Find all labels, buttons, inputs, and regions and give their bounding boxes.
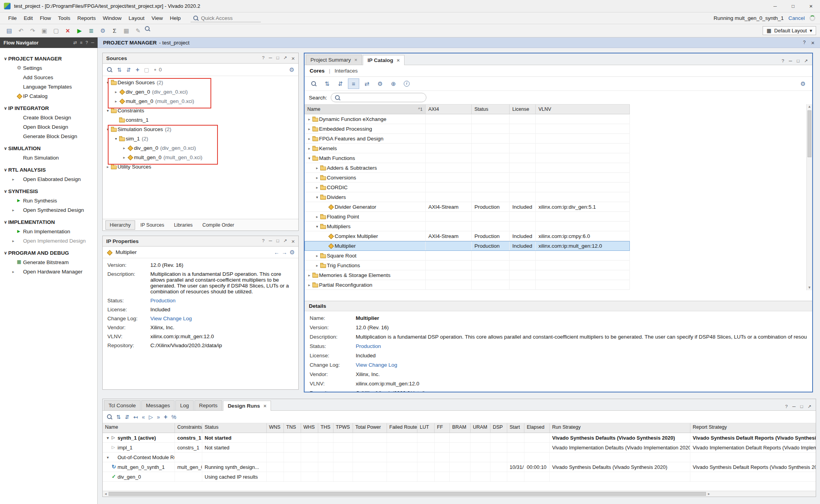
horizontal-scrollbar[interactable] [103, 491, 816, 497]
expand-icon[interactable] [121, 146, 127, 150]
run-icon[interactable] [74, 26, 85, 36]
menu-item[interactable]: View [148, 14, 166, 23]
column-header[interactable]: DSP [490, 423, 507, 433]
menu-item[interactable]: File [5, 14, 20, 23]
quick-access-input[interactable] [201, 15, 252, 21]
editor-tab[interactable]: Project Summary [306, 55, 362, 65]
probe-icon[interactable] [144, 26, 155, 36]
flow-navigator-item[interactable]: Run Simulation [0, 153, 97, 162]
sum-icon[interactable] [109, 26, 120, 36]
close-tab-icon[interactable] [397, 57, 400, 63]
minimize-icon[interactable] [789, 59, 792, 64]
expand-icon[interactable] [314, 185, 320, 190]
sources-view-tab[interactable]: Hierarchy [105, 220, 135, 230]
catalog-search-input[interactable] [343, 95, 422, 101]
dock-icon[interactable] [73, 41, 77, 45]
expand-icon[interactable] [314, 263, 320, 268]
catalog-row[interactable]: Floating Point [305, 212, 630, 222]
menu-item[interactable]: Flow [36, 14, 55, 23]
save-icon[interactable] [4, 26, 14, 36]
catalog-row[interactable]: Memories & Storage Elements [305, 270, 630, 280]
help-icon[interactable] [803, 40, 806, 46]
expand-icon[interactable] [314, 224, 320, 229]
reset-runs-icon[interactable] [133, 414, 138, 420]
help-icon[interactable] [86, 41, 88, 45]
tree-row[interactable]: Design Sources (2) [103, 78, 298, 87]
add-repository-icon[interactable] [388, 78, 399, 89]
catalog-row[interactable]: FPGA Features and Design [305, 134, 630, 144]
catalog-row[interactable]: CORDIC [305, 183, 630, 192]
catalog-row[interactable]: Trig Functions [305, 261, 630, 270]
scroll-right-icon[interactable] [706, 492, 712, 496]
column-header[interactable]: TPWS [333, 423, 353, 433]
column-header-status[interactable]: Status [472, 105, 510, 114]
flow-navigator-item[interactable]: Create Block Design [0, 113, 97, 122]
design-run-row[interactable]: impl_1 constrs_1 Not started [103, 443, 816, 453]
customize-icon[interactable] [374, 78, 386, 89]
flow-navigator-item[interactable]: Open Implemented Design [0, 236, 97, 245]
catalog-row[interactable]: Adders & Subtracters [305, 163, 630, 173]
history-forward-icon[interactable] [282, 250, 287, 255]
column-header[interactable]: WNS [267, 423, 284, 433]
menu-item[interactable]: Layout [125, 14, 148, 23]
menu-item[interactable]: Edit [20, 14, 36, 23]
catalog-view-tab[interactable]: Cores [310, 68, 324, 74]
collapse-all-icon[interactable] [117, 67, 122, 73]
catalog-row[interactable]: Dividers [305, 192, 630, 202]
column-header-axi4[interactable]: AXI4 [426, 105, 472, 114]
column-header[interactable]: FF [435, 423, 450, 433]
float-icon[interactable] [276, 238, 279, 244]
column-header[interactable]: Run Strategy [550, 423, 690, 433]
expand-icon[interactable] [113, 99, 119, 103]
undo-icon[interactable] [16, 26, 26, 36]
vertical-scrollbar[interactable] [806, 104, 812, 290]
search-icon[interactable] [107, 414, 112, 420]
layout-selector[interactable]: Default Layout [763, 26, 816, 35]
bottom-tab[interactable]: Design Runs [223, 401, 271, 411]
expand-icon[interactable] [307, 127, 312, 131]
expand-icon[interactable] [105, 455, 111, 460]
delete-icon[interactable] [62, 26, 73, 36]
column-header[interactable]: LUT [417, 423, 435, 433]
column-header[interactable]: Status [202, 423, 267, 433]
window-close-icon[interactable] [802, 0, 820, 12]
catalog-search-box[interactable] [331, 93, 426, 102]
close-tab-icon[interactable] [355, 57, 358, 63]
expand-icon[interactable] [105, 436, 111, 440]
step-back-icon[interactable] [142, 414, 145, 420]
paste-icon[interactable] [51, 26, 61, 36]
settings-icon[interactable] [797, 78, 809, 89]
help-icon[interactable] [785, 405, 788, 409]
column-header[interactable]: BRAM [450, 423, 471, 433]
flow-navigator-item[interactable]: IMPLEMENTATION [0, 217, 97, 227]
catalog-row[interactable]: Multipliers [305, 222, 630, 231]
column-header[interactable]: Report Strategy [690, 423, 816, 433]
expand-icon[interactable] [307, 137, 312, 141]
gear-icon[interactable] [290, 249, 295, 255]
table-icon[interactable] [121, 26, 132, 36]
design-run-row[interactable]: mult_gen_0_synth_1 mult_gen_0 Running sy… [103, 462, 816, 472]
column-header[interactable]: Total Power [353, 423, 387, 433]
collapse-all-icon[interactable] [116, 414, 121, 420]
expand-icon[interactable] [105, 80, 111, 85]
tree-row[interactable]: mult_gen_0 (mult_gen_0.xci) [103, 153, 298, 162]
float-icon[interactable] [276, 55, 279, 61]
catalog-row[interactable]: Partial Reconfiguration [305, 280, 630, 290]
flow-navigator-item[interactable]: Add Sources [0, 73, 97, 82]
expand-icon[interactable] [314, 176, 320, 180]
sources-view-tab[interactable]: IP Sources [136, 220, 169, 230]
catalog-row[interactable]: Square Root [305, 251, 630, 261]
catalog-row[interactable]: Embedded Processing [305, 124, 630, 134]
catalog-view-tab[interactable]: Interfaces [324, 68, 358, 74]
reports-icon[interactable] [86, 26, 96, 36]
flow-navigator-item[interactable]: Open Synthesized Design [0, 205, 97, 215]
scroll-up-icon[interactable] [807, 105, 812, 108]
expand-all-icon[interactable] [125, 414, 130, 420]
help-icon[interactable] [262, 55, 264, 61]
copy-icon[interactable] [39, 26, 50, 36]
expand-icon[interactable] [314, 195, 320, 199]
column-header[interactable]: TNS [284, 423, 301, 433]
column-header-vlnv[interactable]: VLNV [536, 105, 630, 114]
menu-item[interactable]: Help [166, 14, 184, 23]
flow-navigator-item[interactable]: IP INTEGRATOR [0, 103, 97, 113]
